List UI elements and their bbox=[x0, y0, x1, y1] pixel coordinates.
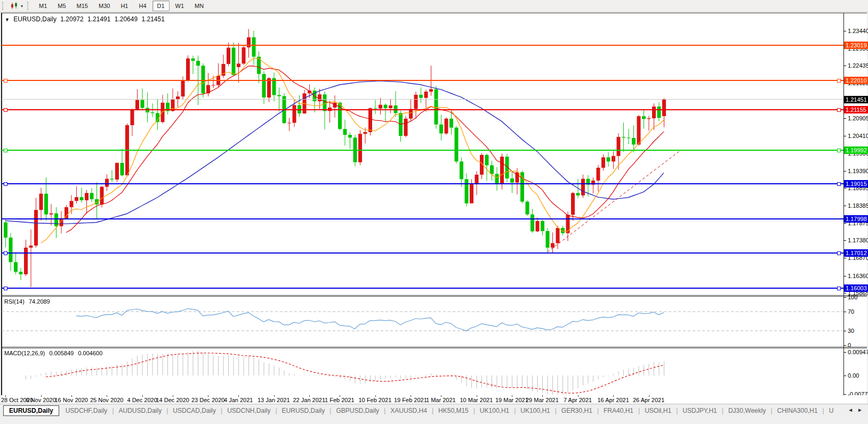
chart-tab-eurusd-daily[interactable]: EURUSD,Daily bbox=[277, 406, 330, 415]
macd-label: MACD(12,26,9) 0.005849 0.004600 bbox=[4, 350, 105, 356]
date-tick-label: 4 Dec 2020 bbox=[127, 397, 157, 403]
trading-terminal-window: { "toolbar": { "timeframes": ["M1","M5",… bbox=[0, 0, 868, 424]
price-tick-mark bbox=[844, 171, 846, 172]
chart-tab-usdchf-daily[interactable]: USDCHF,Daily bbox=[61, 406, 112, 415]
chart-tab-ger30-h1[interactable]: GER30,H1 bbox=[557, 406, 597, 415]
chart-tab-china300-h1[interactable]: CHINA300,H1 bbox=[773, 406, 823, 415]
price-tick-mark bbox=[844, 223, 846, 224]
price-tick-mark bbox=[844, 136, 846, 136]
price-tick-label: 1.23440 bbox=[848, 28, 868, 34]
price-axis-line bbox=[843, 13, 844, 395]
line-handle[interactable] bbox=[4, 182, 7, 186]
line-handle[interactable] bbox=[4, 108, 7, 112]
horizontal-level-line[interactable] bbox=[2, 150, 843, 151]
macd-tick-label: 0.009478 bbox=[848, 349, 868, 355]
symbol-dropdown-icon[interactable]: ▼ bbox=[5, 17, 10, 22]
horizontal-level-line[interactable] bbox=[2, 218, 843, 219]
chart-tab-fra40-h1[interactable]: FRA40,H1 bbox=[599, 406, 638, 415]
current-price-line[interactable] bbox=[2, 99, 843, 100]
macd-canvas[interactable] bbox=[2, 348, 843, 395]
date-tick-label: 4 Jan 2021 bbox=[224, 397, 253, 403]
macd-tick-mark bbox=[844, 376, 846, 376]
tab-scroll-right-icon[interactable]: ► bbox=[857, 407, 863, 413]
ohlc-open: 1.20972 bbox=[60, 15, 83, 23]
rsi-label: RSI(14) 74.2089 bbox=[4, 298, 53, 305]
line-handle[interactable] bbox=[837, 149, 841, 152]
chart-tab-hk50-m15[interactable]: HK50,M15 bbox=[433, 406, 473, 415]
timeframe-button-m15[interactable]: M15 bbox=[72, 1, 93, 11]
line-handle[interactable] bbox=[4, 251, 7, 255]
price-tick-mark bbox=[844, 118, 846, 119]
timeframe-button-m30[interactable]: M30 bbox=[94, 1, 115, 11]
line-handle[interactable] bbox=[837, 182, 841, 186]
chart-symbol-label: EURUSD,Daily bbox=[13, 15, 57, 23]
chart-tab-xauusd-h4[interactable]: XAUUSD,H4 bbox=[385, 406, 432, 415]
horizontal-level-line[interactable] bbox=[2, 80, 843, 81]
horizontal-level-line[interactable] bbox=[2, 288, 843, 289]
date-tick-label: 13 Jan 2021 bbox=[258, 397, 290, 403]
status-strip bbox=[0, 416, 868, 424]
date-tick-label: 10 Mar 2021 bbox=[460, 397, 493, 403]
chart-tab-u[interactable]: U bbox=[824, 406, 839, 415]
timeframe-button-d1[interactable]: D1 bbox=[152, 1, 170, 11]
macd-main-value: 0.005849 bbox=[49, 350, 74, 356]
line-handle[interactable] bbox=[4, 79, 7, 83]
line-handle[interactable] bbox=[837, 287, 841, 290]
chart-tab-eurusd-daily[interactable]: EURUSD,Daily bbox=[3, 405, 59, 416]
horizontal-level-line[interactable] bbox=[2, 45, 843, 46]
price-tick-mark bbox=[844, 188, 846, 189]
timeframe-button-h4[interactable]: H4 bbox=[134, 1, 151, 11]
line-handle[interactable] bbox=[837, 79, 841, 83]
chart-tab-uk100-h1[interactable]: UK100,H1 bbox=[516, 406, 554, 415]
rsi-canvas[interactable] bbox=[2, 297, 843, 346]
toolbar-grip[interactable] bbox=[27, 2, 31, 10]
rsi-tick-label: 0 bbox=[848, 342, 851, 348]
date-tick-label: 6 Nov 2020 bbox=[26, 397, 56, 403]
date-tick-label: 16 Apr 2021 bbox=[598, 397, 629, 403]
rsi-tick-mark bbox=[844, 331, 846, 331]
price-tick-label: 1.20905 bbox=[848, 115, 868, 121]
level-price-badge: 1.23019 bbox=[844, 42, 868, 49]
chart-tab-usdjpy-h1[interactable]: USDJPY,H1 bbox=[678, 406, 721, 415]
chart-type-button[interactable]: ▾ bbox=[9, 1, 25, 11]
chart-tab-usoil-h1[interactable]: USOil,H1 bbox=[640, 406, 676, 415]
date-tick-label: 10 Feb 2021 bbox=[359, 397, 392, 403]
price-tick-label: 1.16360 bbox=[848, 273, 868, 279]
horizontal-level-line[interactable] bbox=[2, 109, 843, 110]
chart-tab-gbpusd-daily[interactable]: GBPUSD,Daily bbox=[331, 406, 384, 415]
chart-tab-usdcad-daily[interactable]: USDCAD,Daily bbox=[168, 406, 221, 415]
line-handle[interactable] bbox=[4, 149, 7, 152]
tab-scroll-left-icon[interactable]: ◄ bbox=[848, 407, 853, 413]
horizontal-level-line[interactable] bbox=[2, 183, 843, 184]
rsi-tick-label: 100 bbox=[848, 294, 857, 300]
line-handle[interactable] bbox=[837, 108, 841, 112]
date-tick-label: 19 Mar 2021 bbox=[495, 397, 528, 403]
macd-name: MACD(12,26,9) bbox=[4, 350, 45, 356]
chart-tab-audusd-daily[interactable]: AUDUSD,Daily bbox=[114, 406, 167, 415]
macd-tick-mark bbox=[844, 352, 846, 353]
level-price-badge: 1.17012 bbox=[844, 249, 868, 257]
level-price-badge: 1.19015 bbox=[844, 180, 868, 187]
line-handle[interactable] bbox=[837, 251, 841, 255]
price-tick-label: 1.19390 bbox=[848, 168, 868, 174]
chevron-down-icon: ▾ bbox=[21, 4, 23, 9]
chart-tab-usdcnh-daily[interactable]: USDCNH,Daily bbox=[222, 406, 275, 415]
rsi-value: 74.2089 bbox=[29, 298, 50, 305]
chart-tab-uk100-h1[interactable]: UK100,H1 bbox=[475, 406, 514, 415]
timeframe-button-h1[interactable]: H1 bbox=[116, 1, 133, 11]
ohlc-low: 1.20649 bbox=[115, 15, 138, 23]
rsi-tick-label: 70 bbox=[848, 308, 854, 315]
chart-tab-dj30-weekly[interactable]: DJ30,Weekly bbox=[724, 406, 770, 415]
toolbar-grip[interactable] bbox=[2, 2, 6, 10]
level-price-badge: 1.22010 bbox=[844, 77, 868, 84]
horizontal-level-line[interactable] bbox=[2, 252, 843, 254]
price-tick-mark bbox=[844, 206, 846, 206]
timeframe-button-m1[interactable]: M1 bbox=[34, 1, 52, 11]
timeframe-button-mn[interactable]: MN bbox=[190, 1, 208, 11]
rsi-tick-mark bbox=[844, 312, 846, 312]
chart-title: ▼ EURUSD,Daily 1.20972 1.21491 1.20649 1… bbox=[5, 15, 167, 23]
line-handle[interactable] bbox=[4, 287, 7, 290]
timeframe-button-m5[interactable]: M5 bbox=[53, 1, 70, 11]
timeframe-button-w1[interactable]: W1 bbox=[171, 1, 189, 11]
price-tick-mark bbox=[844, 276, 846, 276]
